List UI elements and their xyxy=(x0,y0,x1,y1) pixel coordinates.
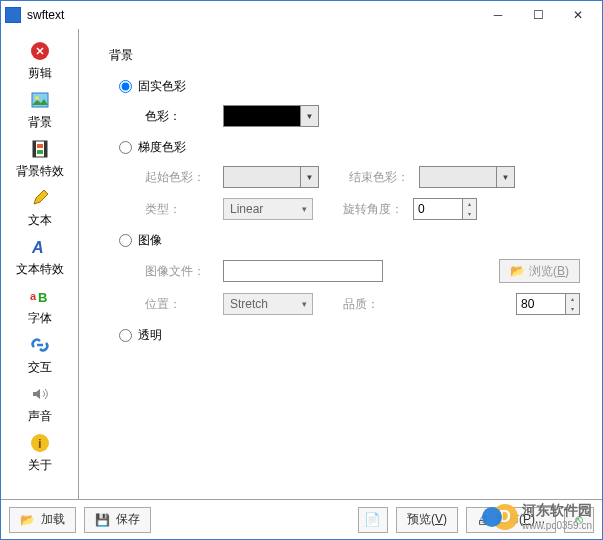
gradient-colors-row: 起始色彩： ▼ 结束色彩： ▼ xyxy=(145,166,580,188)
window-title: swftext xyxy=(27,8,478,22)
image-icon xyxy=(28,88,52,112)
image-file-row: 图像文件： 📂 浏览(B) xyxy=(145,259,580,283)
sidebar-item-bg-effect[interactable]: 背景特效 xyxy=(1,133,78,182)
bottom-toolbar: 📂 加载 💾 保存 📄 预览(V) 🖨 发布(P)... ⎋ D 河东软件园 w… xyxy=(1,499,602,539)
svg-text:a: a xyxy=(30,290,37,302)
image-file-label: 图像文件： xyxy=(145,263,223,280)
chevron-down-icon: ▼ xyxy=(301,105,319,127)
folder-icon: 📂 xyxy=(510,264,525,278)
link-icon xyxy=(28,333,52,357)
sidebar-label: 剪辑 xyxy=(28,65,52,82)
doc-icon: 📄 xyxy=(364,512,381,527)
sidebar-item-clip[interactable]: 剪辑 xyxy=(1,35,78,84)
maximize-button[interactable]: ☐ xyxy=(518,3,558,27)
solid-color-row: 色彩： ▼ xyxy=(145,105,580,127)
grad-start-picker[interactable]: ▼ xyxy=(223,166,319,188)
section-title: 背景 xyxy=(109,47,580,64)
titlebar: swftext ─ ☐ ✕ xyxy=(1,1,602,29)
browse-button[interactable]: 📂 浏览(B) xyxy=(499,259,580,283)
svg-rect-5 xyxy=(44,141,47,157)
sidebar-item-text[interactable]: 文本 xyxy=(1,182,78,231)
exit-button[interactable]: ⎋ xyxy=(564,507,594,533)
grad-angle-input[interactable]: ▴▾ xyxy=(413,198,477,220)
grad-start-label: 起始色彩： xyxy=(145,169,223,186)
solid-color-label: 色彩： xyxy=(145,108,223,125)
scissors-icon xyxy=(28,39,52,63)
doc-button[interactable]: 📄 xyxy=(358,507,388,533)
radio-gradient-row: 梯度色彩 xyxy=(119,139,580,156)
svg-text:B: B xyxy=(38,290,47,305)
minimize-button[interactable]: ─ xyxy=(478,3,518,27)
svg-text:A: A xyxy=(31,239,44,256)
grad-type-label: 类型： xyxy=(145,201,223,218)
radio-solid-row: 固实色彩 xyxy=(119,78,580,95)
sidebar-item-sound[interactable]: 声音 xyxy=(1,378,78,427)
sidebar-label: 关于 xyxy=(28,457,52,474)
sidebar-label: 声音 xyxy=(28,408,52,425)
load-label: 加载 xyxy=(41,511,65,528)
info-icon: i xyxy=(28,431,52,455)
radio-solid[interactable] xyxy=(119,80,132,93)
image-quality-label: 品质： xyxy=(343,296,413,313)
app-icon xyxy=(5,7,21,23)
image-pos-select[interactable]: Stretch xyxy=(223,293,313,315)
save-icon: 💾 xyxy=(95,513,110,527)
publish-button[interactable]: 🖨 发布(P)... xyxy=(466,507,556,533)
speaker-icon xyxy=(28,382,52,406)
solid-color-picker[interactable]: ▼ xyxy=(223,105,319,127)
close-button[interactable]: ✕ xyxy=(558,3,598,27)
gradient-type-row: 类型： Linear 旋转角度： ▴▾ xyxy=(145,198,580,220)
sidebar-label: 背景 xyxy=(28,114,52,131)
svg-rect-4 xyxy=(33,141,36,157)
color-swatch xyxy=(419,166,497,188)
window-controls: ─ ☐ ✕ xyxy=(478,3,598,27)
quality-field[interactable] xyxy=(516,293,566,315)
sidebar-label: 文本 xyxy=(28,212,52,229)
spinner[interactable]: ▴▾ xyxy=(463,198,477,220)
radio-transparent-label: 透明 xyxy=(138,327,162,344)
radio-solid-label: 固实色彩 xyxy=(138,78,186,95)
preview-button[interactable]: 预览(V) xyxy=(396,507,458,533)
sidebar-item-text-effect[interactable]: A 文本特效 xyxy=(1,231,78,280)
radio-image[interactable] xyxy=(119,234,132,247)
sidebar-label: 交互 xyxy=(28,359,52,376)
font-icon: aB xyxy=(28,284,52,308)
color-swatch xyxy=(223,166,301,188)
angle-field[interactable] xyxy=(413,198,463,220)
chevron-down-icon: ▼ xyxy=(301,166,319,188)
sidebar-item-font[interactable]: aB 字体 xyxy=(1,280,78,329)
svg-text:i: i xyxy=(38,436,42,451)
svg-rect-7 xyxy=(37,150,43,154)
save-label: 保存 xyxy=(116,511,140,528)
exit-icon: ⎋ xyxy=(575,512,583,527)
film-icon xyxy=(28,137,52,161)
grad-angle-label: 旋转角度： xyxy=(343,201,413,218)
sidebar-label: 背景特效 xyxy=(16,163,64,180)
main-panel: 背景 固实色彩 色彩： ▼ 梯度色彩 起始色彩： ▼ xyxy=(79,29,602,499)
pencil-icon xyxy=(28,186,52,210)
export-icon: 🖨 xyxy=(477,513,489,527)
load-button[interactable]: 📂 加载 xyxy=(9,507,76,533)
text-effect-icon: A xyxy=(28,235,52,259)
radio-image-label: 图像 xyxy=(138,232,162,249)
radio-gradient[interactable] xyxy=(119,141,132,154)
sidebar-item-interact[interactable]: 交互 xyxy=(1,329,78,378)
app-window: swftext ─ ☐ ✕ 剪辑 背景 背景特效 文本 xyxy=(0,0,603,540)
image-quality-input[interactable]: ▴▾ xyxy=(516,293,580,315)
grad-end-picker[interactable]: ▼ xyxy=(419,166,515,188)
grad-type-select[interactable]: Linear xyxy=(223,198,313,220)
radio-transparent-row: 透明 xyxy=(119,327,580,344)
radio-transparent[interactable] xyxy=(119,329,132,342)
image-position-row: 位置： Stretch 品质： ▴▾ xyxy=(145,293,580,315)
radio-image-row: 图像 xyxy=(119,232,580,249)
image-file-input[interactable] xyxy=(223,260,383,282)
sidebar-label: 文本特效 xyxy=(16,261,64,278)
sidebar-item-background[interactable]: 背景 xyxy=(1,84,78,133)
save-button[interactable]: 💾 保存 xyxy=(84,507,151,533)
spinner[interactable]: ▴▾ xyxy=(566,293,580,315)
radio-gradient-label: 梯度色彩 xyxy=(138,139,186,156)
grad-end-label: 结束色彩： xyxy=(349,169,419,186)
color-swatch xyxy=(223,105,301,127)
sidebar: 剪辑 背景 背景特效 文本 A 文本特效 aB 字体 xyxy=(1,29,79,499)
sidebar-item-about[interactable]: i 关于 xyxy=(1,427,78,476)
